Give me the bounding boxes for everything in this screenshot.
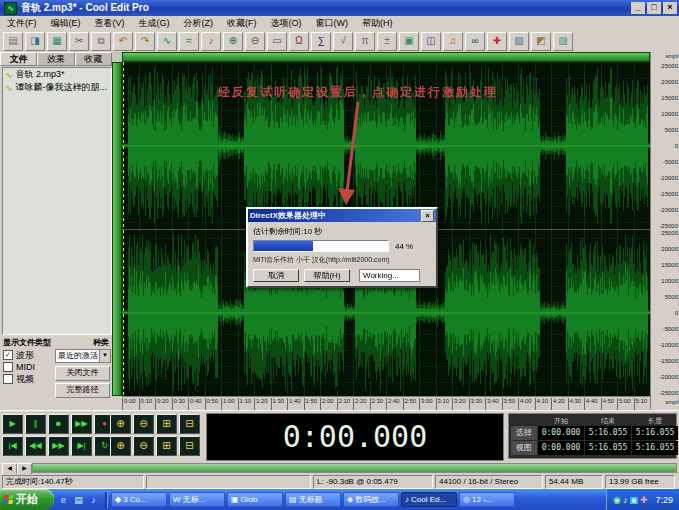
menu-item[interactable]: 查看(V) [88, 16, 132, 30]
file-list-item[interactable]: ∿谭咏麟-像我这样的朋... [3, 81, 111, 94]
toolbar-button[interactable]: ⊕ [223, 32, 243, 51]
app-icon: ∿ [4, 2, 17, 15]
toolbar-button[interactable]: ▨ [553, 32, 573, 51]
zoom-button[interactable]: ⊕ [110, 414, 131, 434]
toolbar-button[interactable]: ✂ [69, 32, 89, 51]
transport-button[interactable]: ◀◀ [25, 436, 46, 456]
menu-item[interactable]: 窗口(W) [309, 16, 356, 30]
time-tick-label: 4:20 [551, 398, 565, 410]
toolbar-button[interactable]: ◨ [25, 32, 45, 51]
chevron-down-icon[interactable]: ▼ [99, 350, 110, 362]
toolbar-button[interactable]: ▣ [399, 32, 419, 51]
menu-item[interactable]: 选项(O) [264, 16, 309, 30]
amplitude-tick-label: 25000 [661, 63, 678, 69]
time-tick-label: 1:30 [271, 398, 285, 410]
time-tick-label: 3:40 [485, 398, 499, 410]
maximize-button[interactable]: □ [647, 2, 661, 14]
toolbar-button[interactable]: ↶ [113, 32, 133, 51]
taskbar-task-button[interactable]: ◆3 Co... [111, 492, 167, 507]
zoom-button[interactable]: ⊖ [133, 414, 154, 434]
checkbox[interactable]: ✓ [3, 350, 13, 360]
quick-launch-icon[interactable]: ♪ [87, 493, 100, 507]
transport-row-1: ▶∥■▶▶● [2, 414, 117, 434]
sort-dropdown[interactable]: 最近的激活 ▼ [55, 349, 111, 363]
toolbar-button[interactable]: ∿ [157, 32, 177, 51]
help-button[interactable]: 帮助(H) [304, 269, 350, 282]
zoom-button[interactable]: ⊞ [156, 436, 177, 456]
organizer-sidebar: 文件效果收藏 ∿音轨 2.mp3*∿谭咏麟-像我这样的朋... 显示文件类型 种… [0, 52, 112, 410]
transport-button[interactable]: ∥ [25, 414, 46, 434]
toolbar-button[interactable]: ∑ [311, 32, 331, 51]
toolbar-button[interactable]: ∞ [465, 32, 485, 51]
dialog-close-icon[interactable]: × [421, 210, 434, 222]
quick-launch-icon[interactable]: e [57, 493, 70, 507]
tray-icon[interactable]: ◉ [613, 495, 621, 505]
zoom-button[interactable]: ⊞ [156, 414, 177, 434]
toolbar-button[interactable]: ⧉ [91, 32, 111, 51]
dialog-title-bar[interactable]: DirectX效果器处理中 × [248, 209, 436, 222]
transport-button[interactable]: ▶▶ [71, 414, 92, 434]
minimize-button[interactable]: _ [631, 2, 645, 14]
cancel-button[interactable]: 取消 [253, 269, 299, 282]
zoom-button[interactable]: ⊖ [133, 436, 154, 456]
toolbar-button[interactable]: ♫ [443, 32, 463, 51]
toolbar-button[interactable]: ♪ [201, 32, 221, 51]
toolbar-button[interactable]: ↷ [135, 32, 155, 51]
tray-icon[interactable]: ▣ [629, 495, 638, 505]
transport-button[interactable]: ▶| [71, 436, 92, 456]
taskbar-task-button[interactable]: ◎12 -... [459, 492, 515, 507]
full-path-button[interactable]: 完整路径 [55, 383, 110, 398]
menu-item[interactable]: 帮助(H) [355, 16, 400, 30]
checkbox[interactable] [3, 374, 13, 384]
toolbar-button[interactable]: ▤ [3, 32, 23, 51]
taskbar-task-button[interactable]: W无标... [169, 492, 225, 507]
quick-launch-icon[interactable]: ▤ [72, 493, 85, 507]
zoom-button[interactable]: ⊕ [110, 436, 131, 456]
file-list-item[interactable]: ∿音轨 2.mp3* [3, 68, 111, 81]
close-button[interactable]: × [663, 2, 677, 14]
zoom-button[interactable]: ⊟ [179, 414, 200, 434]
scrollbar-thumb[interactable] [32, 463, 677, 473]
toolbar-button[interactable]: ▭ [267, 32, 287, 51]
toolbar-button[interactable]: ± [377, 32, 397, 51]
toolbar-button[interactable]: √ [333, 32, 353, 51]
toolbar-button[interactable]: ≈ [179, 32, 199, 51]
menu-item[interactable]: 文件(F) [0, 16, 44, 30]
vertical-pan-bar[interactable] [112, 62, 122, 396]
transport-button[interactable]: ▶ [2, 414, 23, 434]
toolbar-button[interactable]: ✚ [487, 32, 507, 51]
sidebar-tab[interactable]: 文件 [0, 52, 37, 66]
toolbar-button[interactable]: ▧ [509, 32, 529, 51]
taskbar-task-button[interactable]: ◈数码故... [343, 492, 399, 507]
taskbar-task-button[interactable]: ♪Cool Ed... [401, 492, 457, 507]
menu-item[interactable]: 分析(Z) [177, 16, 221, 30]
zoom-button[interactable]: ⊟ [179, 436, 200, 456]
menu-item[interactable]: 生成(G) [132, 16, 177, 30]
checkbox[interactable] [3, 362, 13, 372]
time-ruler[interactable]: 0:000:100:200:300:400:501:001:101:201:30… [122, 396, 650, 411]
start-button[interactable]: 开始 [0, 489, 54, 510]
taskbar-task-button[interactable]: ▣Glob [227, 492, 283, 507]
tray-icon[interactable]: ♪ [623, 495, 628, 505]
sidebar-tab[interactable]: 收藏 [75, 52, 112, 66]
toolbar-button[interactable]: ⊖ [245, 32, 265, 51]
transport-button[interactable]: ■ [48, 414, 69, 434]
toolbar-button[interactable]: ◩ [531, 32, 551, 51]
title-bar[interactable]: ∿ 音轨 2.mp3* - Cool Edit Pro _ □ × [0, 0, 679, 16]
tray-icon[interactable]: ✚ [640, 495, 648, 505]
transport-button[interactable]: |◀ [2, 436, 23, 456]
toolbar-button[interactable]: Ω [289, 32, 309, 51]
sidebar-tab[interactable]: 效果 [37, 52, 74, 66]
toolbar-button[interactable]: ▦ [47, 32, 67, 51]
horizontal-pan-bar[interactable] [122, 52, 650, 62]
amplitude-ruler[interactable]: smpl2500020000150001000050000-5000-10000… [650, 52, 679, 410]
taskbar-task-button[interactable]: ▤无标题 [285, 492, 341, 507]
file-list[interactable]: ∿音轨 2.mp3*∿谭咏麟-像我这样的朋... [2, 67, 112, 335]
toolbar-button[interactable]: ◫ [421, 32, 441, 51]
menu-item[interactable]: 编辑(E) [44, 16, 88, 30]
toolbar-button[interactable]: π [355, 32, 375, 51]
checkbox-label: 视频 [16, 373, 34, 386]
close-file-button[interactable]: 关闭文件 [55, 366, 110, 381]
menu-item[interactable]: 收藏(F) [220, 16, 264, 30]
transport-button[interactable]: ▶▶ [48, 436, 69, 456]
